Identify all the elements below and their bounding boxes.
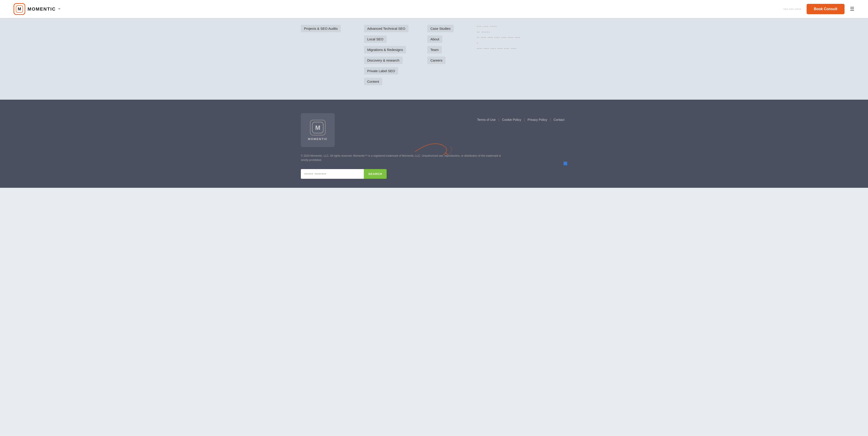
book-consult-button[interactable]: Book Consult bbox=[807, 4, 844, 14]
nav-col-2: Advanced Technical SEO Local SEO Migrati… bbox=[364, 23, 427, 91]
header-right: •••-•••-•••• Book Consult ☰ bbox=[783, 4, 855, 14]
nav-item-private-label-seo[interactable]: Private Label SEO bbox=[364, 67, 398, 75]
footer-logo-icon: M bbox=[310, 120, 326, 135]
nav-col-3: Case Studies About Team Careers bbox=[427, 23, 477, 91]
logo-area: M MOMENTIC™ bbox=[13, 3, 60, 15]
logo-icon: M bbox=[13, 3, 25, 15]
header: M MOMENTIC™ •••-•••-•••• Book Consult ☰ bbox=[0, 0, 868, 18]
logo-text: MOMENTIC bbox=[28, 6, 56, 12]
svg-text:M: M bbox=[315, 124, 320, 131]
nav-col4-dots2: •• •••• •••• •••• •••• •••• •••• bbox=[477, 36, 521, 39]
footer-link-cookie[interactable]: Cookie Policy bbox=[499, 118, 524, 122]
nav-item-advanced-technical-seo[interactable]: Advanced Technical SEO bbox=[364, 25, 408, 32]
footer-search-input[interactable] bbox=[301, 169, 364, 179]
nav-item-projects-seo-audits[interactable]: Projects & SEO Audits bbox=[301, 25, 341, 32]
nav-item-case-studies[interactable]: Case Studies bbox=[427, 25, 454, 32]
footer-link-privacy[interactable]: Privacy Policy bbox=[525, 118, 550, 122]
nav-col4-dots1: •• ••••• bbox=[477, 30, 490, 34]
nav-item-team[interactable]: Team bbox=[427, 46, 442, 54]
nav-item-about[interactable]: About bbox=[427, 35, 442, 43]
footer-logo-text: MOMENTIC bbox=[308, 137, 328, 141]
nav-col4-phone: •••-•••-•••• bbox=[477, 25, 497, 28]
trademark-symbol: ™ bbox=[58, 8, 60, 10]
nav-item-content[interactable]: Content bbox=[364, 78, 382, 85]
footer-logo-box: M MOMENTIC bbox=[301, 113, 335, 147]
nav-col-1: Projects & SEO Audits bbox=[301, 23, 364, 91]
nav-col4-dots3: • bbox=[477, 41, 479, 45]
hamburger-menu-button[interactable]: ☰ bbox=[850, 6, 855, 12]
nav-item-migrations-redesigns[interactable]: Migrations & Redesigns bbox=[364, 46, 406, 54]
nav-col4-dots4: •••• •••• •••• •••• •••• •••• bbox=[477, 47, 517, 50]
footer: M MOMENTIC Terms of Use | Cookie Policy … bbox=[0, 100, 868, 188]
footer-link-terms[interactable]: Terms of Use bbox=[474, 118, 498, 122]
footer-links: Terms of Use | Cookie Policy | Privacy P… bbox=[474, 118, 567, 122]
svg-text:M: M bbox=[18, 7, 21, 11]
nav-col-4: •••-•••-•••• •• ••••• •• •••• •••• •••• … bbox=[477, 23, 567, 91]
footer-copyright: © 2024 Momentic, LLC. All rights reserve… bbox=[301, 154, 504, 162]
footer-link-contact[interactable]: Contact bbox=[551, 118, 567, 122]
footer-search: SEARCH bbox=[301, 169, 386, 179]
nav-item-local-seo[interactable]: Local SEO bbox=[364, 35, 386, 43]
nav-item-careers[interactable]: Careers bbox=[427, 57, 445, 64]
header-phone: •••-•••-•••• bbox=[783, 7, 801, 11]
nav-dropdown: Projects & SEO Audits Advanced Technical… bbox=[0, 18, 868, 100]
footer-bottom-area: © 2024 Momentic, LLC. All rights reserve… bbox=[301, 154, 567, 179]
nav-item-discovery-research[interactable]: Discovery & research bbox=[364, 57, 403, 64]
footer-top: M MOMENTIC Terms of Use | Cookie Policy … bbox=[301, 113, 567, 147]
blue-dot-decoration bbox=[563, 162, 567, 165]
footer-search-button[interactable]: SEARCH bbox=[364, 169, 386, 179]
